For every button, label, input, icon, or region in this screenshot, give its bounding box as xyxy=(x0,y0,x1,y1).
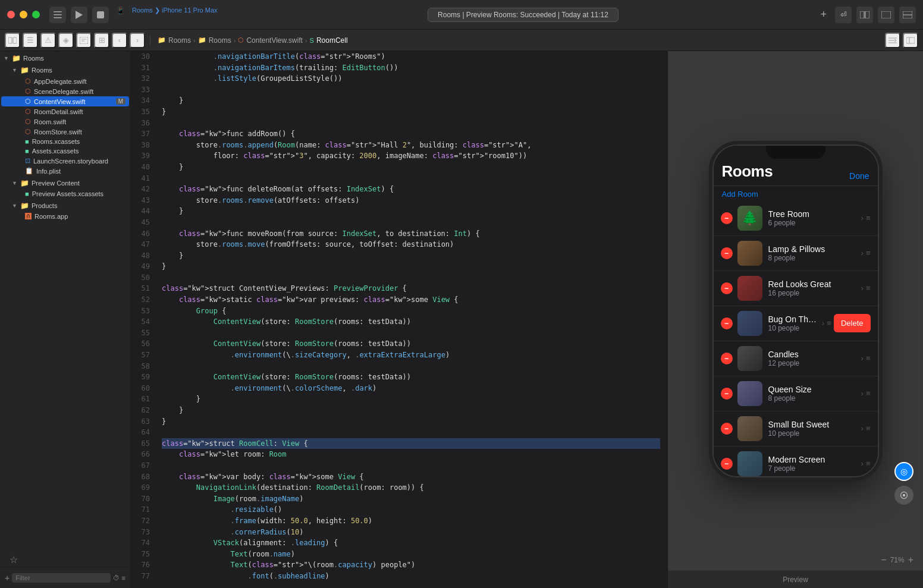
preview-content: Rooms Done Add Room − Tree Room 6 people… xyxy=(668,51,923,570)
room-capacity-5: 8 people xyxy=(768,394,858,403)
chevron-icon: › xyxy=(822,319,824,328)
jump-bar-icon[interactable] xyxy=(903,33,918,48)
close-button[interactable] xyxy=(7,11,15,18)
breadcrumb-contentview[interactable]: ⬡ ContentView.swift xyxy=(238,36,303,45)
zoom-in-button[interactable]: + xyxy=(908,555,913,565)
file-manager-icon[interactable] xyxy=(5,33,20,48)
maximize-button[interactable] xyxy=(32,11,40,18)
sidebar-rooms-label: Rooms xyxy=(32,67,52,74)
delete-circle-4[interactable]: − xyxy=(721,353,733,364)
delete-circle-2[interactable]: − xyxy=(721,282,733,294)
sidebar-item-roomstore[interactable]: ⬡ RoomStore.swift xyxy=(1,127,129,137)
sidebar-item-roomdetail[interactable]: ⬡ RoomDetail.swift xyxy=(1,106,129,117)
svg-rect-7 xyxy=(881,11,891,18)
sidebar-group-header-rooms[interactable]: ▼ 📁 Rooms xyxy=(0,52,130,64)
sidebar-label-contentview: ContentView.swift xyxy=(34,98,86,105)
modified-badge: M xyxy=(116,98,125,105)
room-capacity-3: 10 people xyxy=(768,324,818,332)
delete-circle-5[interactable]: − xyxy=(721,388,733,400)
filter-options-icon[interactable]: ⏱ xyxy=(113,574,120,581)
breadcrumb-sep-3: › xyxy=(305,37,307,44)
sidebar-toggle-button[interactable] xyxy=(49,7,66,23)
warning-icon[interactable]: ⚠ xyxy=(40,33,56,48)
room-capacity-1: 8 people xyxy=(768,254,858,262)
code-line-54: ContentView(store: RoomStore(rooms: test… xyxy=(162,316,660,328)
stop-button[interactable] xyxy=(92,7,109,23)
sidebar-rooms-subfolder[interactable]: ▼ 📁 Rooms xyxy=(0,64,130,76)
delete-circle-1[interactable]: − xyxy=(721,247,733,259)
filter-view-icon[interactable]: ≡ xyxy=(122,574,125,581)
line-wrap-icon[interactable] xyxy=(885,33,900,48)
code-line-40: } xyxy=(162,162,660,173)
code-line-39: floor: class="str">"3", capacity: 2000, … xyxy=(162,150,660,162)
sidebar-item-assets-xcassets[interactable]: ■ Assets.xcassets xyxy=(1,146,129,156)
room-actions: › ≡ xyxy=(861,213,871,222)
forward-button[interactable]: › xyxy=(130,33,145,48)
drag-icon: ≡ xyxy=(866,424,871,433)
room-item[interactable]: − Small But Sweet 10 people › ≡ xyxy=(714,411,878,446)
enter-button[interactable]: ⏎ xyxy=(835,7,852,23)
room-info-0: Tree Room 6 people xyxy=(768,209,858,227)
svg-rect-6 xyxy=(865,11,869,18)
sidebar-item-infoplist[interactable]: 📋 Info.plist xyxy=(1,166,129,176)
sidebar-item-appdelegate[interactable]: ⬡ AppDelegate.swift xyxy=(1,76,129,86)
zoom-out-button[interactable]: − xyxy=(881,555,886,565)
sidebar-item-preview-assets[interactable]: ■ Preview Assets.xcassets xyxy=(1,189,129,199)
breadcrumb-rooms-root[interactable]: 📁 Rooms xyxy=(158,36,191,45)
single-editor-button[interactable] xyxy=(878,7,894,23)
delete-circle-6[interactable]: − xyxy=(721,423,733,435)
appdelegate-icon: ⬡ xyxy=(25,77,31,85)
room-item[interactable]: − Candles 12 people › ≡ xyxy=(714,341,878,376)
split-editor-button[interactable] xyxy=(856,7,873,23)
root-folder-icon: 📁 xyxy=(12,54,21,62)
diff-icon[interactable]: ◈ xyxy=(58,33,74,48)
sidebar-label-rooms-app: Rooms.app xyxy=(34,213,68,220)
sidebar-label-scenedelegate: SceneDelegate.swift xyxy=(34,88,93,95)
add-file-icon[interactable]: + xyxy=(5,573,10,583)
sidebar-products-folder[interactable]: ▼ 📁 Products xyxy=(0,200,130,212)
delete-circle-7[interactable]: − xyxy=(721,458,733,470)
sidebar-item-room[interactable]: ⬡ Room.swift xyxy=(1,117,129,127)
code-review-icon[interactable] xyxy=(76,33,92,48)
room-item[interactable]: − Queen Size 8 people › ≡ xyxy=(714,376,878,411)
breadcrumb-label-2: Rooms xyxy=(209,36,231,45)
breadcrumb-rooms-folder[interactable]: 📁 Rooms xyxy=(198,36,231,45)
ios-add-room-button[interactable]: Add Room xyxy=(714,186,878,201)
sidebar-item-rooms-app[interactable]: 🅰 Rooms.app xyxy=(1,212,129,221)
delete-circle-0[interactable]: − xyxy=(721,212,733,224)
room-item[interactable]: − Red Looks Great 16 people › ≡ xyxy=(714,271,878,306)
grid-icon[interactable]: ⊞ xyxy=(94,33,109,48)
inspector-icon[interactable]: ☰ xyxy=(23,33,38,48)
filter-input[interactable] xyxy=(12,573,110,583)
live-preview-button[interactable]: ◎ xyxy=(894,462,913,481)
room-thumbnail-4 xyxy=(737,346,762,371)
breadcrumb-sep-1: › xyxy=(193,37,196,44)
room-item[interactable]: − Tree Room 6 people › ≡ xyxy=(714,201,878,236)
delete-circle-3[interactable]: − xyxy=(721,317,733,329)
delete-button-3[interactable]: Delete xyxy=(834,314,871,332)
sidebar-preview-content-folder[interactable]: ▼ 📁 Preview Content xyxy=(0,177,130,189)
room-capacity-7: 7 people xyxy=(768,464,858,473)
back-button[interactable]: ‹ xyxy=(112,33,127,48)
code-editor[interactable]: 3031323334353637383940414243444546474849… xyxy=(131,51,667,588)
sidebar-item-contentview[interactable]: ⬡ ContentView.swift M xyxy=(1,96,129,106)
play-button[interactable] xyxy=(71,7,87,23)
code-line-47: store.rooms.move(fromOffsets: source, to… xyxy=(162,239,660,250)
ios-done-button[interactable]: Done xyxy=(849,171,869,181)
room-item[interactable]: − Bug On The Wall 10 people › ≡ Delete xyxy=(714,306,878,341)
sidebar-item-launchscreen[interactable]: ⊡ LaunchScreen.storyboard xyxy=(1,156,129,166)
drag-icon: ≡ xyxy=(866,459,871,468)
layout-button[interactable] xyxy=(899,7,916,23)
add-tab-button[interactable]: + xyxy=(817,8,830,21)
breadcrumb-roomcell[interactable]: S RoomCell xyxy=(310,36,348,45)
code-content[interactable]: .navigationBarTitle(class="str">"Rooms")… xyxy=(155,51,667,588)
room-name-1: Lamp & Pillows xyxy=(768,244,858,254)
room-item[interactable]: − Modern Screen 7 people › ≡ xyxy=(714,446,878,476)
toolbar-controls: 📱 Rooms ❯ iPhone 11 Pro Max xyxy=(49,7,220,23)
minimize-button[interactable] xyxy=(20,11,27,18)
inspect-button[interactable]: ⦿ xyxy=(894,486,913,505)
room-item[interactable]: − Lamp & Pillows 8 people › ≡ xyxy=(714,236,878,271)
room-actions: › ≡ xyxy=(861,284,871,293)
sidebar-item-rooms-xcassets[interactable]: ■ Rooms.xcassets xyxy=(1,137,129,146)
sidebar-item-scenedelegate[interactable]: ⬡ SceneDelegate.swift xyxy=(1,86,129,96)
